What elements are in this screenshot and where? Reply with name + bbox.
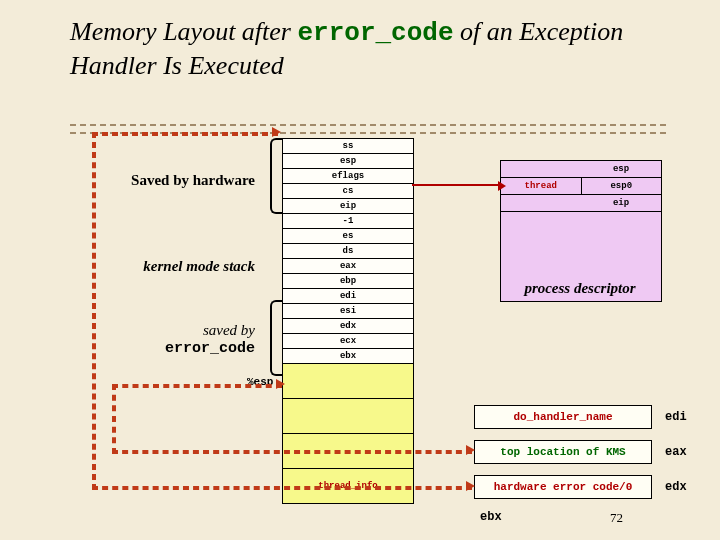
- dashed-arrow-1: [92, 132, 278, 136]
- stack-gap: [283, 364, 413, 399]
- stack-row: ds: [283, 244, 413, 259]
- box-do-handler: do_handler_name: [474, 405, 652, 429]
- stack-row: -1: [283, 214, 413, 229]
- dashed-arrow-4: [112, 384, 116, 454]
- dashed-arrow-5: [112, 450, 472, 454]
- reg-edi: edi: [665, 410, 687, 424]
- reg-edx: edx: [665, 480, 687, 494]
- stack-row: eflags: [283, 169, 413, 184]
- slide-title: Memory Layout after error_code of an Exc…: [70, 16, 670, 82]
- arrow-head-icon: [272, 127, 281, 137]
- label-saved-by-errorcode: saved by error_code: [80, 322, 255, 357]
- stack-row: cs: [283, 184, 413, 199]
- stack-row: eax: [283, 259, 413, 274]
- label-kernel-mode-stack: kernel mode stack: [80, 258, 255, 275]
- pd-blank: [501, 195, 581, 211]
- arrow-head-icon: [276, 379, 285, 389]
- pd-esp: esp: [581, 161, 661, 177]
- stack-row: ebx: [283, 349, 413, 364]
- brace-errorcode: [270, 300, 282, 376]
- reg-ebx: ebx: [480, 510, 502, 524]
- pd-thread: thread: [501, 178, 582, 194]
- arrow-head-icon: [466, 445, 475, 455]
- pd-eip: eip: [581, 195, 661, 211]
- label-saved-hardware: Saved by hardware: [80, 172, 255, 189]
- stack-row: esp: [283, 154, 413, 169]
- reg-eax: eax: [665, 445, 687, 459]
- arrow-head-icon: [466, 481, 475, 491]
- stack-row: ebp: [283, 274, 413, 289]
- stack-gap: [283, 399, 413, 434]
- stack-row: ecx: [283, 334, 413, 349]
- arrow-thread-to-pd: [412, 184, 498, 186]
- stack-row: eip: [283, 199, 413, 214]
- box-hw-errcode: hardware error code/0: [474, 475, 652, 499]
- box-top-kms: top location of KMS: [474, 440, 652, 464]
- dashed-arrow-3: [92, 486, 472, 490]
- pd-esp0: esp0: [582, 178, 662, 194]
- stack-row: es: [283, 229, 413, 244]
- page-number: 72: [610, 510, 623, 526]
- stack-row: edi: [283, 289, 413, 304]
- brace-hardware: [270, 138, 282, 214]
- process-descriptor-label: process descriptor: [500, 280, 660, 297]
- pd-thread-label: [501, 161, 581, 177]
- stack-row: edx: [283, 319, 413, 334]
- stack-row: esi: [283, 304, 413, 319]
- dashed-arrow-6: [112, 384, 282, 388]
- stack-row: ss: [283, 138, 413, 154]
- dashed-arrow-2: [92, 132, 96, 490]
